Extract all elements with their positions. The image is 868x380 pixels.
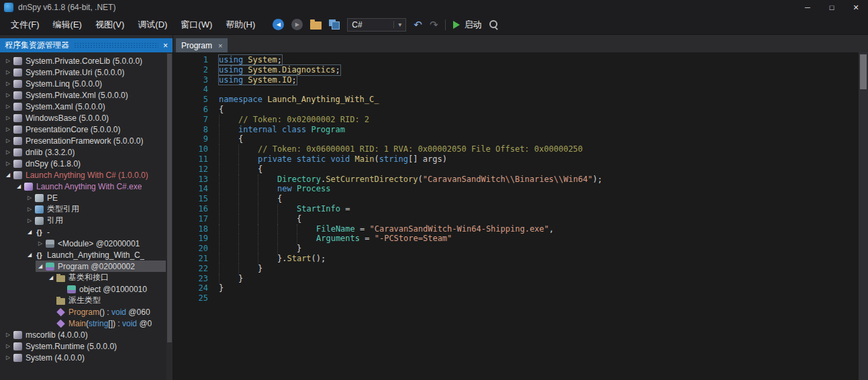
tree-item[interactable]: ▷引用 [0,215,173,226]
chevron-expanded-icon[interactable]: ◢ [14,183,23,189]
tree-item[interactable]: ▷PE [0,192,173,203]
undo-icon[interactable]: ↶ [414,19,422,30]
tree-scrollbar[interactable] [166,52,173,380]
chevron-collapsed-icon[interactable]: ▷ [3,81,13,87]
indent-guide [238,254,258,264]
code-line-content: // Token: 0x02000002 RID: 2 [219,115,369,125]
search-icon[interactable] [489,19,499,30]
tree-item[interactable]: 派生类型 [0,295,173,306]
start-debug-button[interactable]: 启动 [453,19,481,31]
tree-item[interactable]: ▷PresentationCore (5.0.0.0) [0,124,173,135]
chevron-collapsed-icon[interactable]: ▷ [3,332,13,338]
panel-close-icon[interactable]: × [163,41,168,50]
line-number: 22 [173,264,208,274]
menu-item-file[interactable]: 文件(F) [4,15,46,34]
tree-item[interactable]: ▷System.Private.Xml (5.0.0.0) [0,89,173,101]
code-line: 2using System.Diagnostics; [173,65,868,75]
chevron-expanded-icon[interactable]: ◢ [36,263,45,269]
tree-scrollbar-thumb[interactable] [167,54,172,342]
code-line-content: internal class Program [219,125,345,135]
assembly-explorer-header[interactable]: 程序集资源管理器 × [0,38,173,52]
window-controls: ─ □ ✕ [795,0,868,15]
chevron-expanded-icon[interactable]: ◢ [3,172,13,178]
indent-guide [219,274,238,284]
chevron-expanded-icon[interactable]: ◢ [25,252,34,258]
chevron-collapsed-icon[interactable]: ▷ [25,218,34,224]
chevron-collapsed-icon[interactable]: ▷ [36,240,45,246]
chevron-collapsed-icon[interactable]: ▷ [3,58,13,64]
menu-item-window[interactable]: 窗口(W) [174,15,219,34]
save-all-icon[interactable] [329,19,340,30]
chevron-expanded-icon[interactable]: ◢ [46,275,56,281]
chevron-collapsed-icon[interactable]: ▷ [3,126,13,132]
language-select[interactable]: C# ▾ [347,18,406,32]
tree-item[interactable]: ▷mscorlib (4.0.0.0) [0,329,173,340]
tree-item[interactable]: ▷System.Linq (5.0.0.0) [0,78,173,89]
tree-item[interactable]: ◢基类和接口 [0,272,173,283]
tree-item[interactable]: ◢Launch Anything With C#.exe [0,181,173,192]
tree-item-label: PresentationCore (5.0.0.0) [26,125,120,134]
assembly-icon [13,331,22,339]
open-file-icon[interactable] [310,21,322,30]
minimize-button[interactable]: ─ [795,0,820,15]
chevron-collapsed-icon[interactable]: ▷ [3,92,13,98]
panel-drag-grip[interactable] [74,42,158,48]
line-number: 24 [173,283,208,293]
editor-scrollbar-thumb[interactable] [860,54,867,89]
maximize-button[interactable]: □ [820,0,844,15]
code-line: 16StartInfo = [173,204,868,214]
indent-guide [277,234,297,244]
chevron-collapsed-icon[interactable]: ▷ [3,354,13,361]
tree-item[interactable]: ◢Program @02000002 [0,260,173,272]
tree-item[interactable]: ▷System.Xaml (5.0.0.0) [0,101,173,112]
tree-item[interactable]: ▷System (4.0.0.0) [0,352,173,363]
tree-item[interactable]: ▷System.Private.CoreLib (5.0.0.0) [0,55,173,66]
code-editor[interactable]: 1using System;2using System.Diagnostics;… [173,52,868,380]
navigate-forward-icon[interactable]: ▶ [291,19,303,30]
editor-scrollbar[interactable] [859,52,868,380]
chevron-expanded-icon[interactable]: ◢ [25,229,34,235]
line-number: 13 [173,175,208,185]
menu-item-debug[interactable]: 调试(D) [131,15,174,34]
close-button[interactable]: ✕ [844,0,868,15]
chevron-collapsed-icon[interactable]: ▷ [3,69,13,75]
navigate-back-icon[interactable]: ◀ [273,19,284,30]
assembly-icon [13,137,22,145]
menu-item-view[interactable]: 视图(V) [89,15,131,34]
chevron-collapsed-icon[interactable]: ▷ [3,343,13,349]
tree-item[interactable]: ▷System.Private.Uri (5.0.0.0) [0,66,173,78]
tree-item[interactable]: ◢Launch Anything With C# (1.0.0.0) [0,169,173,181]
tree-item[interactable]: ▷WindowsBase (5.0.0.0) [0,112,173,124]
tree-item[interactable]: ▷System.Runtime (5.0.0.0) [0,340,173,352]
tree-item[interactable]: ◢{}- [0,226,173,238]
tab-program[interactable]: Program × [176,38,228,52]
tree-item-inner: 派生类型 [46,295,166,306]
tab-close-icon[interactable]: × [218,42,222,50]
chevron-collapsed-icon[interactable]: ▷ [3,103,13,109]
tree-item[interactable]: Main(string[]) : void @0 [0,318,173,329]
tree-item[interactable]: ▷类型引用 [0,203,173,215]
tree-item[interactable]: ◢{}Launch_Anything_With_C_ [0,249,173,260]
code-line: 7// Token: 0x02000002 RID: 2 [173,115,868,125]
chevron-collapsed-icon[interactable]: ▷ [25,195,34,201]
redo-icon[interactable]: ↷ [430,19,438,30]
indent-guide [277,214,297,224]
tree-item[interactable]: ▷dnlib (3.3.2.0) [0,146,173,158]
tree-item-inner: ▷类型引用 [25,203,166,215]
line-number: 14 [173,184,208,194]
method-icon [56,307,65,316]
tree-item[interactable]: ▷<Module> @02000001 [0,238,173,249]
tree-item-inner: ▷PresentationFramework (5.0.0.0) [3,135,166,146]
tree-item[interactable]: object @01000010 [0,283,173,295]
tree-item[interactable]: Program() : void @060 [0,306,173,318]
chevron-collapsed-icon[interactable]: ▷ [3,138,13,144]
code-line: 4 [173,85,868,95]
menu-item-edit[interactable]: 编辑(E) [46,15,89,34]
chevron-collapsed-icon[interactable]: ▷ [3,149,13,155]
menu-item-help[interactable]: 帮助(H) [219,15,262,34]
chevron-collapsed-icon[interactable]: ▷ [3,115,13,121]
chevron-collapsed-icon[interactable]: ▷ [25,206,34,212]
tree-item[interactable]: ▷PresentationFramework (5.0.0.0) [0,135,173,146]
chevron-collapsed-icon[interactable]: ▷ [3,160,13,167]
tree-item[interactable]: ▷dnSpy (6.1.8.0) [0,158,173,169]
